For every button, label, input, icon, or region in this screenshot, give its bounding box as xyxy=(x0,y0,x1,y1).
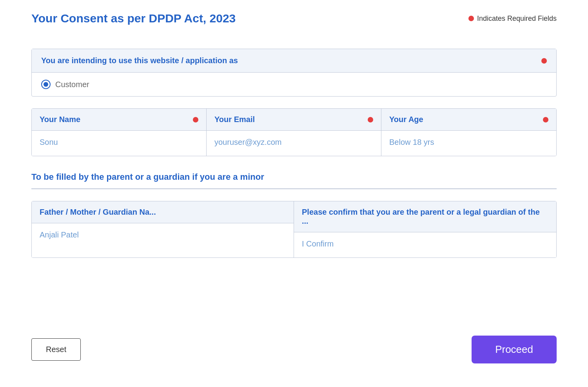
fields-grid: Your Name Sonu Your Email youruser@xyz.c… xyxy=(31,108,557,156)
required-indicator-label: Indicates Required Fields xyxy=(477,15,557,23)
guardian-name-label-row: Father / Mother / Guardian Na... xyxy=(32,201,294,223)
email-field-value: youruser@xyz.com xyxy=(214,138,281,146)
age-required-dot-icon xyxy=(543,117,548,122)
guardian-section-divider xyxy=(31,188,557,189)
page-container: Your Consent as per DPDP Act, 2023 Indic… xyxy=(0,0,588,387)
email-required-dot-icon xyxy=(368,117,373,122)
name-label-row: Your Name xyxy=(32,109,206,131)
name-field-label: Your Name xyxy=(40,115,80,124)
email-label-row: Your Email xyxy=(207,109,381,131)
confirmation-field-label: Please confirm that you are the parent o… xyxy=(302,208,548,226)
usage-required-dot-icon xyxy=(541,58,547,64)
confirmation-field-value: I Confirm xyxy=(302,239,334,248)
page-title: Your Consent as per DPDP Act, 2023 xyxy=(31,12,236,25)
guardian-section-heading: To be filled by the parent or a guardian… xyxy=(31,172,557,182)
usage-section-header: You are intending to use this website / … xyxy=(32,49,556,73)
usage-section-body: Customer xyxy=(32,73,556,96)
buttons-row: Reset Proceed xyxy=(31,336,557,363)
name-value-row[interactable]: Sonu xyxy=(32,131,206,156)
guardian-grid: Father / Mother / Guardian Na... Anjali … xyxy=(31,201,557,258)
guardian-name-cell: Father / Mother / Guardian Na... Anjali … xyxy=(32,201,294,257)
name-field-value: Sonu xyxy=(40,138,58,146)
confirmation-label-row: Please confirm that you are the parent o… xyxy=(294,201,556,232)
guardian-name-field-label: Father / Mother / Guardian Na... xyxy=(40,208,156,217)
age-label-row: Your Age xyxy=(381,109,556,131)
header: Your Consent as per DPDP Act, 2023 Indic… xyxy=(31,12,557,25)
age-field-cell: Your Age Below 18 yrs xyxy=(381,109,556,156)
guardian-name-field-value: Anjali Patel xyxy=(40,230,79,239)
customer-radio-label: Customer xyxy=(55,80,89,89)
usage-section-label: You are intending to use this website / … xyxy=(41,56,238,65)
age-field-value: Below 18 yrs xyxy=(389,138,434,146)
proceed-button[interactable]: Proceed xyxy=(472,336,557,363)
email-field-label: Your Email xyxy=(214,115,255,124)
required-indicator: Indicates Required Fields xyxy=(468,15,557,23)
customer-radio-selected-icon xyxy=(44,82,48,87)
customer-radio-option[interactable]: Customer xyxy=(41,80,547,89)
name-required-dot-icon xyxy=(193,117,198,122)
guardian-name-value-row[interactable]: Anjali Patel xyxy=(32,223,294,248)
confirmation-value-row[interactable]: I Confirm xyxy=(294,232,556,257)
customer-radio-button[interactable] xyxy=(41,80,51,89)
confirmation-cell: Please confirm that you are the parent o… xyxy=(294,201,556,257)
required-dot-icon xyxy=(468,16,474,21)
reset-button[interactable]: Reset xyxy=(31,338,81,361)
email-value-row[interactable]: youruser@xyz.com xyxy=(207,131,381,156)
age-field-label: Your Age xyxy=(389,115,423,124)
usage-section: You are intending to use this website / … xyxy=(31,49,557,97)
age-value-row[interactable]: Below 18 yrs xyxy=(381,131,556,156)
email-field-cell: Your Email youruser@xyz.com xyxy=(207,109,381,156)
name-field-cell: Your Name Sonu xyxy=(32,109,207,156)
